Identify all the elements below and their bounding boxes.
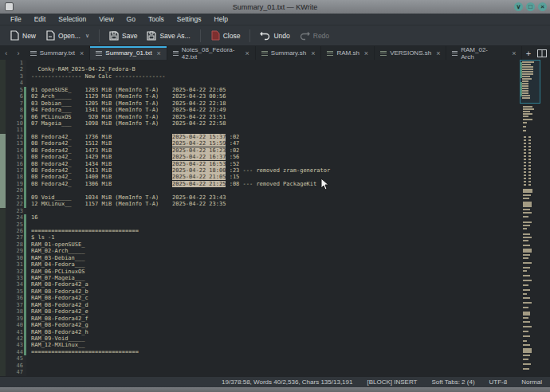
text-file-icon [452,49,458,57]
minimap-text-bar [523,221,532,223]
line-number: 44 [6,349,26,355]
saved-lines-marker [24,241,26,248]
new-button[interactable]: New [5,28,41,43]
new-tab-button[interactable]: + [522,46,534,60]
icon-border [0,60,6,376]
tab-notes-08-fedora-42-txt[interactable]: Notes_08_Fedora-42.txt× [167,46,256,60]
menu-edit[interactable]: Edit [29,14,52,24]
tab-summary-sh[interactable]: Summary.sh× [256,46,322,60]
saved-lines-marker [24,302,26,308]
tab-close-icon[interactable]: × [246,49,249,57]
minimap-text-bar [528,184,531,186]
status-input-mode[interactable]: [BLOCK] INSERT [367,378,417,386]
tab-close-icon[interactable]: × [512,49,516,57]
line-number: 5 [6,87,26,93]
menu-settings[interactable]: Settings [171,14,207,24]
status-encoding[interactable]: UTF-8 [489,378,508,386]
menu-tools[interactable]: Tools [143,14,170,24]
toolbar-button-label: Open... [58,32,81,40]
tab-scroll-left-icon[interactable]: ‹ [0,46,12,60]
minimap-text-bar [522,80,528,82]
block-selection: 2025-04-22 18:00 [172,167,226,174]
tab-label: VERSIONS.sh [390,49,431,57]
saved-lines-marker [24,187,26,194]
menu-go[interactable]: Go [121,14,141,24]
line-number: 42 [6,335,26,342]
status-cursor-position[interactable]: 19/378:58, Words 40/2,536, Chars 135/13,… [222,378,352,386]
close-button[interactable]: × [538,2,547,11]
saved-lines-marker [24,316,26,322]
tab-label: Summary.txt [40,49,75,57]
tab-summary-txt[interactable]: Summary.txt× [25,46,91,60]
minimap-text-bar [523,280,532,281]
editor-line: 08 Fedora42_ 1400 MiB 2025-04-22 21:05 :… [31,174,550,180]
editor-line: $ ls -1 [31,234,550,241]
script-file-icon [380,49,387,57]
undo-icon [260,31,270,41]
saved-lines-marker [24,181,26,187]
status-tab-mode[interactable]: Soft Tabs: 2 (4) [431,378,474,386]
minimap-text-bar [523,111,530,112]
split-view-icon[interactable] [535,46,550,60]
tab-summary-01-txt[interactable]: Summary_01.txt× [90,46,167,60]
tab-close-icon[interactable]: × [80,49,84,57]
menu-file[interactable]: File [5,14,27,24]
editor-line: RAM_08-Fedora42_f [31,316,550,322]
saved-lines-marker [24,107,26,113]
editor-line: 08 Fedora42_ 1413 MiB 2025-04-22 18:00 :… [31,167,550,174]
tab-close-icon[interactable]: × [157,49,161,57]
chevron-down-icon[interactable]: ∨ [85,33,89,39]
tab-label: RAM_02-Arch____ [461,46,507,61]
saved-lines-marker [24,221,26,228]
menu-selection[interactable]: Selection [53,14,92,24]
toolbar-button-label: Redo [313,32,329,40]
editor-line: RAM_08-Fedora42_b [31,288,550,295]
toolbar-button-label: Undo [273,32,289,40]
saved-lines-marker [24,201,26,207]
text-content[interactable]: Conky-RAM_2025-04-22_Fedora-B-----------… [26,60,550,376]
scrollbar-minimap[interactable] [520,60,540,376]
line-number: 34 [6,281,26,288]
editor-area[interactable]: 1234567891011121314151617181920212223242… [0,60,550,376]
line-number: 43 [6,342,26,348]
editor-line: RAM_08-Fedora42_c [31,295,550,301]
undo-button[interactable]: Undo [255,29,294,43]
maximize-button[interactable]: □ [526,2,535,11]
line-number: 20 [6,187,26,194]
editor-line: RAM_03-Debian___ [31,255,550,261]
open-button[interactable]: Open...∨ [41,28,94,43]
saved-lines-marker [24,174,26,180]
titlebar[interactable]: Summary_01.txt — KWrite ∨□× [0,0,550,14]
menu-view[interactable]: View [93,14,119,24]
minimap-text-bar [523,113,532,115]
line-number: 32 [6,269,26,275]
menu-help[interactable]: Help [209,14,234,24]
block-selection: 2025-04-22 21:25 [172,181,226,187]
tab-close-icon[interactable]: × [364,49,368,57]
line-number: 24 [6,214,26,221]
saveas-button[interactable]: Save As... [142,29,194,43]
tab-close-icon[interactable]: × [436,49,440,57]
tab-ram-02-arch-[interactable]: RAM_02-Arch____× [446,46,522,60]
window-frame-bottom [0,387,550,392]
saved-lines-marker [24,134,26,140]
status-syntax-mode[interactable]: Normal [521,378,542,386]
toolbar-group: NewOpen...∨ [5,25,94,45]
line-number: 37 [6,302,26,308]
editor-line: 08 Fedora42_ 1429 MiB 2025-04-22 16:37 :… [31,154,550,160]
close-button[interactable]: Close [206,28,246,43]
minimap-text-bar [523,302,532,304]
tab-ram-sh[interactable]: RAM.sh× [321,46,375,60]
text-file-icon [96,49,102,57]
editor-line: 01 openSUSE_ 1283 MiB (MemInfo T-A) 2025… [31,87,550,93]
tab-versions-sh[interactable]: VERSIONS.sh× [375,46,446,60]
save-button[interactable]: Save [104,29,142,43]
tab-close-icon[interactable]: × [311,49,315,57]
tab-label: Summary_01.txt [105,49,151,57]
minimize-button[interactable]: ∨ [514,2,523,11]
minimap-text-bar [524,168,526,170]
tab-scroll-right-icon[interactable]: › [12,46,24,60]
minimap-text-bar [522,69,533,70]
mouse-pointer [320,178,329,190]
minimap-text-bar [528,181,531,182]
